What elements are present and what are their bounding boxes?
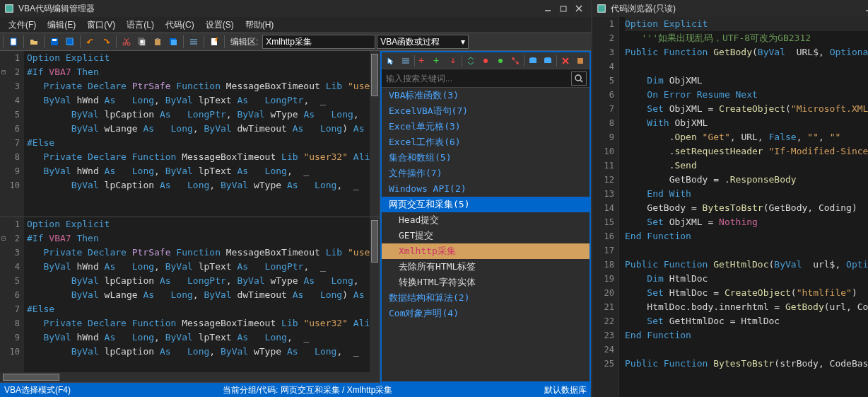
db1-icon[interactable] [527,54,539,67]
code-line: ByVal hWnd As Long, ByVal lpText As Long… [27,164,380,178]
select-icon[interactable] [385,54,397,67]
svg-point-29 [483,59,488,63]
status-mode: VBA选择模式(F4) [4,384,71,396]
app-icon [4,4,14,13]
left-titlebar: VBA代码编辑管理器 [0,0,591,17]
edit-zone-combo[interactable]: Xmlhttp采集 [262,35,375,49]
tree-item[interactable]: Xmlhttp采集 [382,243,590,259]
svg-rect-43 [598,5,606,13]
paste-icon[interactable] [151,35,165,49]
conn-icon[interactable] [509,54,522,67]
copy-icon[interactable] [135,35,149,49]
code-line: Set ObjXML = Nothing [625,215,868,229]
list-icon[interactable] [187,35,201,49]
code-line: End Function [625,328,868,343]
arrows-icon[interactable] [464,54,477,67]
edit-icon[interactable] [207,35,221,49]
tree-item[interactable]: GET提交 [382,228,590,243]
node-red-icon[interactable] [479,54,492,67]
code-line: End With [625,187,868,201]
code-line: .setRequestHeader "If-Modified-Since", "… [625,144,868,159]
code-line: #If VBA7 Then [27,65,380,79]
cut-icon[interactable] [119,35,134,49]
menu-item[interactable]: 代码(C) [160,18,200,33]
saveall-icon[interactable] [63,35,77,49]
tree-category[interactable]: Excel工作表(6) [382,134,590,150]
add-red-icon[interactable]: + [417,54,430,67]
menu-item[interactable]: 文件(F) [3,18,42,33]
tree-category[interactable]: Com对象声明(4) [382,306,590,321]
tree-category[interactable]: Windows API(2) [382,181,590,197]
code-line: GetBody = BytesToBstr(GetBody, Coding) [625,201,868,215]
del-icon[interactable] [559,54,572,67]
down-red-icon[interactable] [447,54,459,67]
svg-point-41 [575,75,581,81]
svg-rect-16 [155,39,160,45]
code-line: ByVal wLange As Long, ByVal dwTimeout As… [27,122,380,136]
code-line: Public Function BytesToBstr(strBody, Cod… [625,357,868,371]
savecopy-icon[interactable] [166,35,180,49]
tree-category[interactable]: 网页交互和采集(5) [382,197,590,212]
db2-icon[interactable] [541,54,554,67]
editor-pane-top[interactable]: 1⊟2345678910 Option Explicit#If VBA7 The… [0,51,380,217]
menu-item[interactable]: 设置(S) [200,18,240,33]
node-green-icon[interactable] [494,54,507,67]
right-code-viewer[interactable]: 1234567891011121314151617181920212223242… [592,17,868,397]
tree-category[interactable]: 文件操作(7) [382,166,590,181]
tree-category[interactable]: 集合和数组(5) [382,150,590,166]
code-line [625,59,868,74]
code-line: Option Explicit [27,51,380,65]
tool-icon[interactable] [574,54,587,67]
search-input[interactable] [385,72,571,85]
code-line: End Function [625,229,868,243]
tree-category[interactable]: ExcelVBA语句(7) [382,103,590,119]
scrollbar-horizontal[interactable] [0,372,380,382]
menu-item[interactable]: 窗口(V) [81,18,121,33]
code-line: Private Declare PtrSafe Function Message… [27,79,380,93]
tree-item[interactable]: 去除所有HTML标签 [382,259,590,275]
tree-item[interactable]: Head提交 [382,212,590,228]
undo-icon[interactable] [83,35,98,49]
tree-category[interactable]: 数据结构和算法(2) [382,290,590,306]
code-line: Private Declare PtrSafe Function Message… [27,246,380,260]
code-line [625,243,868,258]
scrollbar-vertical[interactable] [370,217,380,383]
open-icon[interactable] [27,35,41,49]
code-line: Private Declare Function MessageBoxTimeo… [27,150,380,164]
scrollbar-vertical[interactable] [370,51,380,217]
type-combo[interactable]: VBA函数或过程▾ [377,35,469,49]
right-titlebar: 代码浏览器(只读) [592,0,868,17]
code-line: Dim HtmlDoc [625,272,868,286]
maximize-button[interactable] [556,1,571,16]
tree-icon[interactable] [399,54,412,67]
code-line: ByVal lpCaption As Long, ByVal wType As … [27,178,380,192]
svg-text:+: + [433,56,439,66]
svg-rect-19 [171,40,177,45]
code-line: ByVal lpCaption As LongPtr, ByVal wType … [27,108,380,122]
tree-item[interactable]: 转换HTML字符实体 [382,275,590,290]
left-panel: VBA代码编辑管理器 文件(F)编辑(E)窗口(V)语言(L)代码(C)设置(S… [0,0,592,397]
code-line: ByVal wLange As Long, ByVal dwTimeout As… [27,288,380,302]
redo-icon[interactable] [99,35,113,49]
new-icon[interactable] [6,35,20,49]
menu-item[interactable]: 编辑(E) [42,18,81,33]
menu-item[interactable]: 语言(L) [121,18,160,33]
code-line: '''如果出现乱码，UTF-8可改为GB2312 [625,31,868,45]
tree-category[interactable]: VBA标准函数(3) [382,88,590,103]
svg-rect-0 [6,5,13,13]
minimize-button[interactable] [540,1,556,16]
svg-line-42 [580,80,582,82]
menu-item[interactable]: 帮助(H) [240,18,280,33]
save-icon[interactable] [47,35,61,49]
minimize-button[interactable] [861,1,868,16]
code-line [625,343,868,357]
search-button[interactable] [571,71,587,86]
code-line: ByVal hWnd As Long, ByVal lpText As Long… [27,93,380,108]
category-tree[interactable]: VBA标准函数(3)ExcelVBA语句(7)Excel单元格(3)Excel工… [382,88,590,381]
tree-category[interactable]: Excel单元格(3) [382,119,590,134]
code-line: GetBody = .ResponseBody [625,173,868,187]
main-toolbar: 编辑区: Xmlhttp采集 VBA函数或过程▾ [0,33,591,51]
add-green-icon[interactable]: + [432,54,445,67]
close-button[interactable] [571,1,587,16]
editor-pane-bottom[interactable]: 1⊟2345678910 Option Explicit#If VBA7 The… [0,217,380,384]
